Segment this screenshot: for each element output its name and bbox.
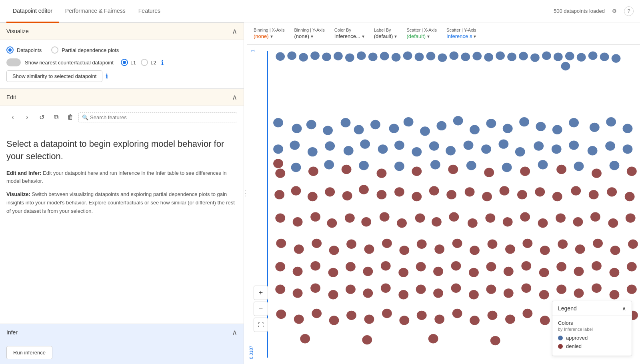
svg-point-173 <box>521 261 531 270</box>
similarity-button[interactable]: Show similarity to selected datapoint <box>6 70 102 82</box>
svg-point-214 <box>505 314 515 324</box>
legend-collapse-icon[interactable]: ∧ <box>622 305 626 312</box>
svg-point-216 <box>540 316 550 325</box>
svg-point-8 <box>368 52 378 61</box>
radio-partial-dependence-label: Partial dependence plots <box>62 47 119 53</box>
delete-button[interactable]: 🗑 <box>64 111 77 124</box>
history-button[interactable]: ↺ <box>35 111 48 124</box>
info-para2-bold: Visualize: <box>6 191 30 197</box>
svg-point-213 <box>488 311 498 320</box>
zoom-in-button[interactable]: + <box>254 286 268 300</box>
svg-point-199 <box>610 290 620 299</box>
scatter-x-label: Scatter | X-Axis <box>406 28 437 32</box>
svg-point-122 <box>361 217 371 226</box>
search-box[interactable]: 🔍 <box>78 112 237 122</box>
svg-point-177 <box>592 261 602 270</box>
svg-point-155 <box>575 244 585 254</box>
chart-area: 1 0.0187 <box>247 45 640 364</box>
radio-partial-dependence[interactable]: Partial dependence plots <box>51 46 119 54</box>
svg-point-28 <box>600 52 609 61</box>
svg-point-68 <box>534 141 544 150</box>
svg-point-34 <box>323 126 333 135</box>
svg-point-95 <box>627 167 637 176</box>
binning-x-item: Binning | X-Axis (none) ▾ <box>254 28 284 39</box>
svg-point-205 <box>346 311 356 320</box>
resize-handle[interactable] <box>244 22 247 364</box>
svg-point-108 <box>482 192 492 201</box>
l-info-icon[interactable]: ℹ <box>161 59 164 66</box>
svg-point-23 <box>542 52 551 60</box>
svg-point-129 <box>485 213 495 222</box>
label-by-select[interactable]: (default) ▾ <box>374 33 397 39</box>
tab-performance-fairness[interactable]: Performance & Fairness <box>59 0 132 23</box>
svg-point-65 <box>481 144 491 154</box>
svg-point-76 <box>291 163 301 172</box>
next-button[interactable]: › <box>21 111 34 124</box>
svg-point-110 <box>517 190 527 199</box>
svg-point-6 <box>345 53 354 62</box>
binning-y-select[interactable]: (none) ▾ <box>294 33 324 39</box>
scatter-x-select[interactable]: (default) ▾ <box>406 33 437 39</box>
copy-button[interactable]: ⧉ <box>50 111 62 124</box>
svg-point-161 <box>310 261 320 270</box>
run-inference-button[interactable]: Run inference <box>6 346 52 359</box>
svg-point-19 <box>496 52 505 60</box>
right-panel: Binning | X-Axis (none) ▾ Binning | Y-Ax… <box>247 22 640 364</box>
svg-point-149 <box>470 246 480 255</box>
edit-content: ‹ › ↺ ⧉ 🗑 🔍 <box>0 106 244 128</box>
svg-point-5 <box>334 52 343 60</box>
svg-point-17 <box>472 52 482 60</box>
svg-point-74 <box>275 168 285 178</box>
svg-point-9 <box>380 52 389 60</box>
chart-controls: + − ⛶ <box>254 286 268 332</box>
similarity-info-icon[interactable]: ℹ <box>106 72 108 80</box>
tab-datapoint-editor[interactable]: Datapoint editor <box>6 0 59 23</box>
svg-point-204 <box>329 316 339 325</box>
svg-point-73 <box>623 144 633 154</box>
l2-option[interactable]: L2 <box>141 59 156 66</box>
visualize-content: Datapoints Partial dependence plots Show… <box>0 40 244 88</box>
legend-colors-by: by Inference label <box>558 327 626 332</box>
visualize-header[interactable]: Visualize ∧ <box>0 23 244 40</box>
prev-button[interactable]: ‹ <box>6 111 19 124</box>
svg-point-90 <box>538 160 548 169</box>
svg-point-3 <box>310 52 320 60</box>
settings-icon[interactable]: ⚙ <box>610 6 619 16</box>
tab-features[interactable]: Features <box>132 0 167 23</box>
fit-button[interactable]: ⛶ <box>254 318 268 332</box>
svg-point-42 <box>453 116 463 125</box>
svg-point-67 <box>515 147 525 156</box>
svg-point-18 <box>484 53 493 61</box>
svg-point-211 <box>452 309 462 318</box>
legend-dot-approved <box>558 336 563 340</box>
main-content: Visualize ∧ Datapoints Partial dependenc… <box>0 22 640 364</box>
edit-header[interactable]: Edit ∧ <box>0 89 244 106</box>
infer-section: Infer ∧ Run inference <box>0 324 244 364</box>
scatter-x-arrow-icon: ▾ <box>427 34 430 39</box>
l1-option[interactable]: L1 <box>121 59 136 66</box>
radio-datapoints[interactable]: Datapoints <box>6 46 42 54</box>
svg-point-140 <box>312 239 322 248</box>
help-icon[interactable]: ? <box>624 6 634 16</box>
info-para1-bold: Edit and Infer: <box>6 170 41 176</box>
info-text-area: Select a datapoint to begin exploring mo… <box>0 128 244 230</box>
svg-point-11 <box>403 52 412 60</box>
search-input[interactable] <box>90 114 234 120</box>
svg-point-114 <box>589 190 599 199</box>
svg-point-201 <box>276 310 286 319</box>
svg-point-84 <box>430 160 440 169</box>
visualize-chevron-icon: ∧ <box>232 27 237 36</box>
svg-point-195 <box>539 290 549 299</box>
infer-header[interactable]: Infer ∧ <box>0 324 244 341</box>
svg-point-188 <box>416 284 426 294</box>
svg-point-4 <box>322 52 331 61</box>
binning-x-select[interactable]: (none) ▾ <box>254 33 284 39</box>
zoom-out-button[interactable]: − <box>254 302 268 316</box>
svg-point-91 <box>556 165 566 174</box>
svg-point-58 <box>360 139 370 148</box>
scatter-y-select[interactable]: Inference s ▾ <box>446 33 476 39</box>
legend-label-denied: denied <box>566 343 582 349</box>
svg-point-142 <box>346 240 356 249</box>
counterfactual-toggle[interactable] <box>6 58 21 66</box>
color-by-select[interactable]: Inference... ▾ <box>334 33 364 39</box>
